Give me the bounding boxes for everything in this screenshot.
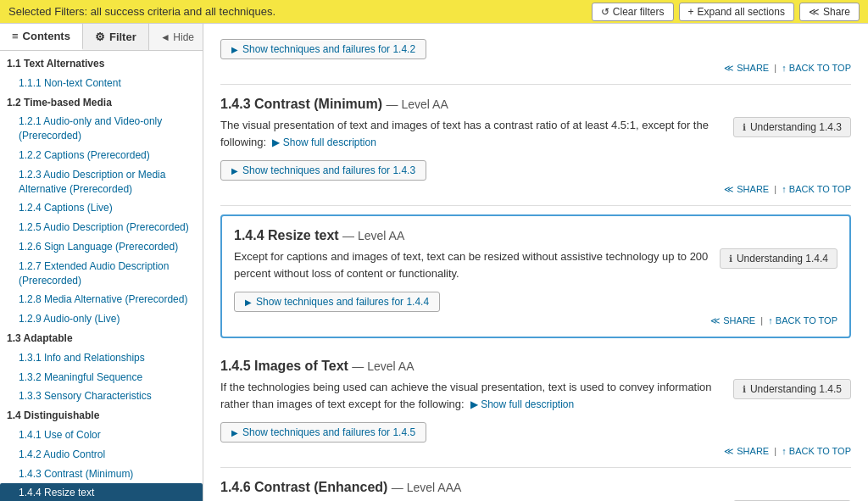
understanding-btn-1-4-4[interactable]: ℹ Understanding 1.4.4 (720, 248, 837, 269)
triangle-icon: ▶ (231, 166, 238, 175)
share-icon: ≪ (809, 6, 820, 18)
filter-text: Selected Filters: all success criteria a… (8, 5, 587, 18)
sidebar-item-1-1-text-alt[interactable]: 1.1 Text Alternatives (0, 54, 203, 74)
show-desc-link-1-4-3[interactable]: ▶ Show full description (272, 136, 376, 148)
criterion-title-1-4-6: 1.4.6 Contrast (Enhanced) — Level AAA (220, 480, 851, 495)
hide-button[interactable]: ◄ Hide (152, 24, 203, 50)
sidebar-item-1-2-2[interactable]: 1.2.2 Captions (Prerecorded) (0, 146, 203, 165)
criterion-1-4-6: 1.4.6 Contrast (Enhanced) — Level AAA Th… (220, 468, 851, 501)
sidebar-item-1-4-1[interactable]: 1.4.1 Use of Color (0, 426, 203, 445)
sidebar-item-1-2-5[interactable]: 1.2.5 Audio Description (Prerecorded) (0, 218, 203, 237)
criterion-1-4-3: 1.4.3 Contrast (Minimum) — Level AA The … (220, 85, 851, 206)
sidebar-header: ≡ Contents ⚙ Filter ◄ Hide (0, 24, 203, 51)
share-backtop-1-4-3: ≪ SHARE | ↑ BACK TO TOP (220, 181, 851, 197)
tab-filter[interactable]: ⚙ Filter (83, 24, 149, 50)
sidebar-item-1-4-4[interactable]: 1.4.4 Resize text (0, 483, 203, 501)
sidebar-item-1-4-2[interactable]: 1.4.2 Audio Control (0, 445, 203, 465)
backtop-link-1-4-4[interactable]: ↑ BACK TO TOP (768, 315, 837, 326)
contents-icon: ≡ (12, 30, 19, 42)
triangle-icon: ▶ (245, 298, 252, 307)
criterion-body-1-4-4: Except for captions and images of text, … (234, 248, 837, 281)
criterion-body-1-4-3: The visual presentation of text and imag… (220, 117, 851, 150)
sidebar-item-1-3-1[interactable]: 1.3.1 Info and Relationships (0, 348, 203, 368)
show-techniques-1-4-4[interactable]: ▶ Show techniques and failures for 1.4.4 (234, 292, 440, 312)
share-backtop-1-4-4: ≪ SHARE | ↑ BACK TO TOP (234, 312, 837, 328)
info-icon: ℹ (743, 122, 746, 133)
level-badge-1-4-6: — Level AAA (392, 481, 462, 494)
sidebar-item-1-2-8[interactable]: 1.2.8 Media Alternative (Prerecorded) (0, 290, 203, 309)
show-techniques-1-4-2[interactable]: ▶ Show techniques and failures for 1.4.2 (220, 39, 426, 59)
sidebar-item-1-4-distinguishable[interactable]: 1.4 Distinguishable (0, 406, 203, 426)
triangle-icon: ▶ (231, 428, 238, 437)
criterion-body-1-4-5: If the technologies being used can achie… (220, 379, 851, 412)
triangle-icon: ▶ (231, 45, 238, 54)
level-badge-1-4-5: — Level AA (352, 359, 414, 373)
share-button[interactable]: ≪ Share (799, 3, 860, 21)
sidebar-item-1-1-1[interactable]: 1.1.1 Non-text Content (0, 74, 203, 93)
sidebar-item-1-2-6[interactable]: 1.2.6 Sign Language (Prerecorded) (0, 237, 203, 257)
criterion-desc-1-4-4: Except for captions and images of text, … (234, 248, 711, 281)
criterion-desc-1-4-5: If the technologies being used can achie… (220, 379, 725, 412)
sidebar-item-1-2-7[interactable]: 1.2.7 Extended Audio Description (Prerec… (0, 257, 203, 291)
tab-contents[interactable]: ≡ Contents (0, 24, 83, 50)
sidebar-item-1-2-3[interactable]: 1.2.3 Audio Description or Media Alterna… (0, 165, 203, 199)
sidebar-item-1-3-adaptable[interactable]: 1.3 Adaptable (0, 329, 203, 348)
show-techniques-1-4-5[interactable]: ▶ Show techniques and failures for 1.4.5 (220, 422, 426, 443)
share-link-1-4-4[interactable]: ≪ SHARE (710, 315, 755, 326)
criterion-1-4-5: 1.4.5 Images of Text — Level AA If the t… (220, 347, 851, 468)
share-link-1-4-3[interactable]: ≪ SHARE (724, 184, 769, 194)
main-layout: ≡ Contents ⚙ Filter ◄ Hide 1.1 Text Alte… (0, 24, 868, 501)
criterion-desc-1-4-3: The visual presentation of text and imag… (220, 117, 725, 150)
sidebar-item-1-2-9[interactable]: 1.2.9 Audio-only (Live) (0, 309, 203, 329)
share-backtop-1-4-2: ≪ SHARE | ↑ BACK TO TOP (220, 59, 851, 75)
level-badge-1-4-4: — Level AA (342, 229, 404, 242)
sidebar-item-1-4-3[interactable]: 1.4.3 Contrast (Minimum) (0, 465, 203, 484)
criterion-1-4-2: ▶ Show techniques and failures for 1.4.2… (220, 24, 851, 85)
share-backtop-1-4-5: ≪ SHARE | ↑ BACK TO TOP (220, 443, 851, 459)
backtop-link-1-4-2[interactable]: ↑ BACK TO TOP (782, 63, 851, 73)
criterion-title-1-4-3: 1.4.3 Contrast (Minimum) — Level AA (220, 97, 851, 112)
sidebar: ≡ Contents ⚙ Filter ◄ Hide 1.1 Text Alte… (0, 24, 203, 501)
share-link-1-4-2[interactable]: ≪ SHARE (724, 63, 769, 73)
backtop-link-1-4-3[interactable]: ↑ BACK TO TOP (782, 184, 851, 194)
sidebar-item-1-2-1[interactable]: 1.2.1 Audio-only and Video-only (Prereco… (0, 112, 203, 146)
criterion-title-1-4-4: 1.4.4 Resize text — Level AA (234, 228, 837, 243)
sidebar-item-1-2-4[interactable]: 1.2.4 Captions (Live) (0, 198, 203, 218)
expand-all-button[interactable]: + Expand all sections (679, 3, 794, 21)
criterion-1-4-4: 1.4.4 Resize text — Level AA Except for … (220, 214, 851, 338)
content-area: ▶ Show techniques and failures for 1.4.2… (203, 24, 868, 501)
sidebar-nav: 1.1 Text Alternatives1.1.1 Non-text Cont… (0, 51, 203, 501)
refresh-icon: ↺ (601, 6, 609, 18)
understanding-btn-1-4-5[interactable]: ℹ Understanding 1.4.5 (733, 379, 851, 399)
criterion-title-1-4-5: 1.4.5 Images of Text — Level AA (220, 359, 851, 374)
sidebar-item-1-3-3[interactable]: 1.3.3 Sensory Characteristics (0, 387, 203, 406)
show-desc-link-1-4-5[interactable]: ▶ Show full description (470, 398, 574, 410)
level-badge-1-4-3: — Level AA (387, 97, 448, 111)
sidebar-item-1-2-media[interactable]: 1.2 Time-based Media (0, 93, 203, 113)
clear-filters-button[interactable]: ↺ Clear filters (592, 3, 674, 21)
show-techniques-1-4-3[interactable]: ▶ Show techniques and failures for 1.4.3 (220, 160, 426, 181)
understanding-btn-1-4-3[interactable]: ℹ Understanding 1.4.3 (733, 117, 851, 137)
share-link-1-4-5[interactable]: ≪ SHARE (724, 446, 769, 456)
expand-icon: + (688, 6, 694, 18)
sidebar-item-1-3-2[interactable]: 1.3.2 Meaningful Sequence (0, 368, 203, 387)
filter-icon: ⚙ (95, 31, 105, 43)
info-icon: ℹ (743, 384, 746, 395)
info-icon: ℹ (729, 253, 732, 264)
backtop-link-1-4-5[interactable]: ↑ BACK TO TOP (782, 446, 851, 456)
filter-bar: Selected Filters: all success criteria a… (0, 0, 868, 24)
